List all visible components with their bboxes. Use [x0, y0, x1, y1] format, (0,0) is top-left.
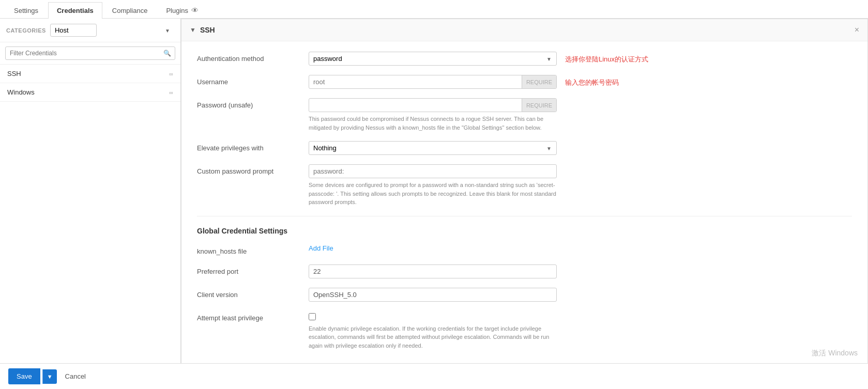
preferred-port-field	[309, 264, 557, 278]
password-label: Password (unsafe)	[197, 98, 300, 109]
custom-password-prompt-label: Custom password prompt	[197, 164, 300, 175]
tab-credentials[interactable]: Credentials	[48, 2, 102, 19]
attempt-least-privilege-hint: Enable dynamic privilege escalation. If …	[309, 324, 557, 350]
known-hosts-row: known_hosts file Add File	[197, 244, 852, 255]
attempt-least-privilege-checkbox[interactable]	[309, 313, 316, 320]
username-input-wrapper: REQUIRE	[309, 75, 557, 89]
close-panel-button[interactable]: ×	[855, 25, 859, 35]
sidebar: CATEGORIES Host Network Database ▼ 🔍 SSH…	[0, 19, 181, 363]
panel-title-row: ▼ SSH	[190, 26, 215, 34]
custom-password-prompt-field: Some devices are configured to prompt fo…	[309, 164, 557, 207]
custom-password-prompt-row: Custom password prompt Some devices are …	[197, 164, 852, 207]
tab-plugins[interactable]: Plugins 👁	[157, 2, 207, 19]
bottom-bar: Save ▼ Cancel	[0, 363, 868, 389]
username-input[interactable]	[309, 75, 557, 89]
password-field: REQUIRE This password could be compromis…	[309, 98, 557, 132]
elevate-privileges-select[interactable]: Nothing su sudo su+sudo dzdo pbrun Check…	[309, 141, 557, 155]
attempt-least-privilege-row: Attempt least privilege Enable dynamic p…	[197, 311, 852, 350]
auth-method-row: Authentication method password public ke…	[197, 52, 852, 66]
username-field: REQUIRE	[309, 75, 557, 89]
section-divider	[197, 216, 852, 216]
elevate-privileges-row: Elevate privileges with Nothing su sudo …	[197, 141, 852, 155]
username-required-badge: REQUIRE	[522, 75, 556, 88]
auth-method-select-container: password public key certificate Kerberos…	[309, 52, 557, 66]
password-input[interactable]	[309, 98, 557, 112]
custom-password-prompt-hint: Some devices are configured to prompt fo…	[309, 181, 557, 207]
password-required-badge: REQUIRE	[522, 99, 556, 112]
client-version-label: Client version	[197, 288, 300, 299]
preferred-port-row: Preferred port	[197, 264, 852, 278]
save-dropdown-button[interactable]: ▼	[42, 369, 57, 384]
content-area: ▼ SSH × Authentication method password p…	[181, 19, 868, 363]
global-settings-title: Global Credential Settings	[197, 227, 852, 235]
form-content: Authentication method password public ke…	[181, 41, 867, 363]
main-layout: CATEGORIES Host Network Database ▼ 🔍 SSH…	[0, 19, 868, 363]
client-version-row: Client version	[197, 288, 852, 302]
password-input-wrapper: REQUIRE	[309, 98, 557, 112]
collapse-arrow-icon[interactable]: ▼	[190, 26, 196, 34]
categories-select[interactable]: Host Network Database	[50, 24, 97, 37]
panel-header: ▼ SSH ×	[181, 19, 867, 41]
ssh-panel: ▼ SSH × Authentication method password p…	[181, 19, 868, 363]
username-annotation: 输入您的帐号密码	[565, 75, 619, 87]
filter-bar: 🔍	[0, 42, 180, 65]
elevate-privileges-field: Nothing su sudo su+sudo dzdo pbrun Check…	[309, 141, 557, 155]
auth-method-select[interactable]: password public key certificate Kerberos	[309, 52, 557, 66]
auth-method-field: password public key certificate Kerberos…	[309, 52, 557, 66]
attempt-least-privilege-label: Attempt least privilege	[197, 311, 300, 322]
tab-compliance[interactable]: Compliance	[103, 2, 157, 19]
username-label: Username	[197, 75, 300, 86]
categories-label: CATEGORIES	[6, 27, 46, 34]
client-version-input[interactable]	[309, 288, 557, 302]
custom-password-prompt-input[interactable]	[309, 164, 557, 178]
auth-method-label: Authentication method	[197, 52, 300, 63]
preferred-port-label: Preferred port	[197, 264, 300, 275]
preferred-port-input[interactable]	[309, 264, 557, 278]
attempt-least-privilege-field: Enable dynamic privilege escalation. If …	[309, 311, 557, 350]
categories-select-wrapper: Host Network Database ▼	[50, 24, 174, 37]
search-icon: 🔍	[163, 50, 171, 57]
eye-icon: 👁	[191, 6, 199, 14]
auth-method-annotation: 选择你登陆Linux的认证方式	[565, 52, 648, 64]
save-button[interactable]: Save	[8, 368, 40, 384]
password-row: Password (unsafe) REQUIRE This password …	[197, 98, 852, 132]
panel-title: SSH	[200, 26, 215, 34]
tab-settings[interactable]: Settings	[5, 2, 47, 19]
sidebar-header: CATEGORIES Host Network Database ▼	[0, 19, 180, 42]
elevate-privileges-label: Elevate privileges with	[197, 141, 300, 152]
elevate-select-container: Nothing su sudo su+sudo dzdo pbrun Check…	[309, 141, 557, 155]
infinity-icon-ssh: ∞	[169, 71, 173, 77]
known-hosts-field: Add File	[309, 244, 557, 252]
username-row: Username REQUIRE 输入您的帐号密码	[197, 75, 852, 89]
infinity-icon-windows: ∞	[169, 89, 173, 96]
windows-activation-watermark: 激活 Windows	[812, 349, 858, 358]
filter-credentials-input[interactable]	[5, 46, 175, 60]
sidebar-item-ssh[interactable]: SSH ∞	[0, 65, 180, 83]
add-file-link[interactable]: Add File	[309, 244, 333, 252]
sidebar-item-windows[interactable]: Windows ∞	[0, 83, 180, 102]
top-tabs: Settings Credentials Compliance Plugins …	[0, 0, 868, 19]
cancel-button[interactable]: Cancel	[59, 368, 92, 384]
known-hosts-label: known_hosts file	[197, 244, 300, 255]
categories-select-arrow: ▼	[165, 27, 170, 33]
client-version-field	[309, 288, 557, 302]
password-hint: This password could be compromised if Ne…	[309, 115, 557, 132]
